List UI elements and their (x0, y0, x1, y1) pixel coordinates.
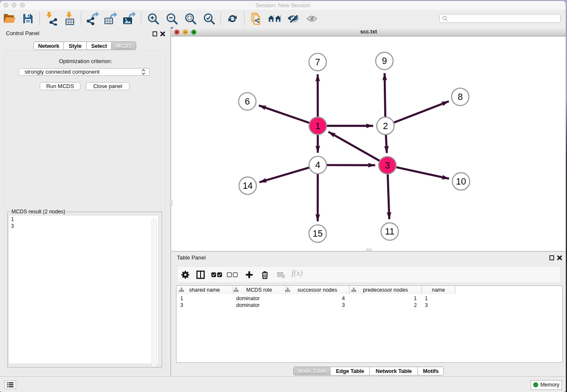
svg-text:14: 14 (242, 181, 253, 191)
svg-text:15: 15 (313, 229, 323, 239)
svg-text:10: 10 (456, 177, 466, 187)
svg-text:1: 1 (315, 121, 320, 131)
svg-text:6: 6 (245, 97, 250, 107)
svg-text:8: 8 (458, 92, 463, 102)
svg-text:11: 11 (385, 226, 394, 237)
svg-text:4: 4 (315, 160, 320, 170)
svg-text:7: 7 (315, 57, 320, 67)
svg-text:3: 3 (385, 160, 390, 171)
svg-text:2: 2 (383, 121, 388, 131)
svg-text:9: 9 (382, 56, 387, 66)
